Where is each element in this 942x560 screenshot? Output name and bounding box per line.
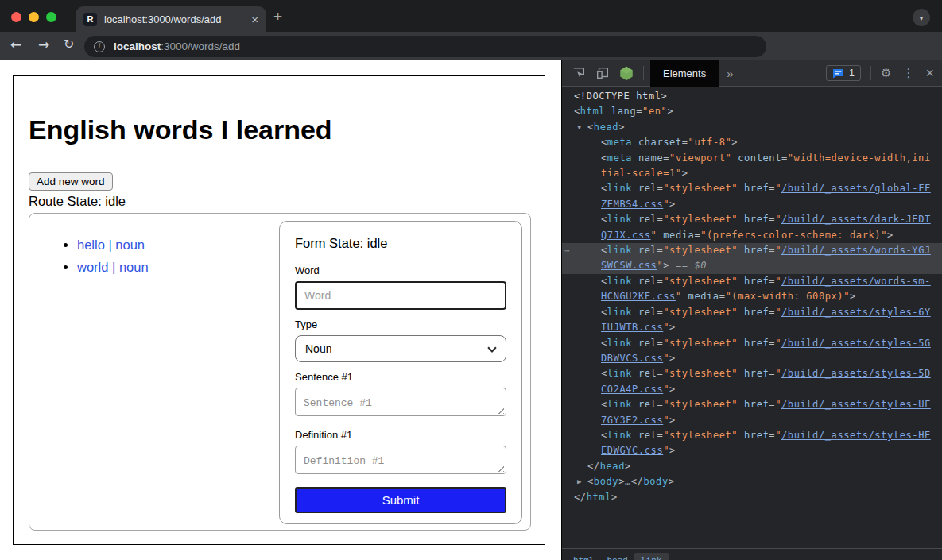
back-button[interactable]: ← xyxy=(10,37,21,52)
definition-textarea[interactable]: Definition #1 xyxy=(295,446,506,474)
sentence-textarea[interactable]: Sentence #1 xyxy=(295,388,506,416)
code-token: Q7JX.css xyxy=(601,230,651,241)
code-token: rel xyxy=(638,368,657,379)
window-close-button[interactable] xyxy=(11,12,21,22)
code-line[interactable]: </head> xyxy=(562,459,942,474)
devtools-toolbar: Elements » 1 ⚙ ⋮ × xyxy=(562,60,942,87)
code-line[interactable]: ⋯<link rel="stylesheet" href="/build/_as… xyxy=(562,243,942,258)
code-line[interactable]: <link rel="stylesheet" href="/build/_ass… xyxy=(562,305,942,320)
code-token: $0 xyxy=(694,260,707,271)
site-info-icon[interactable]: i xyxy=(94,41,105,52)
code-token: < xyxy=(601,183,607,194)
code-token: = xyxy=(781,153,788,164)
add-new-word-button[interactable]: Add new word xyxy=(29,172,113,191)
extension-hexagon-icon[interactable] xyxy=(619,66,634,81)
expand-arrow-icon[interactable]: ▶ xyxy=(577,474,581,489)
code-line[interactable]: <link rel="stylesheet" href="/build/_ass… xyxy=(562,366,942,381)
issues-counter[interactable]: 1 xyxy=(826,65,861,81)
code-line[interactable]: <link rel="stylesheet" href="/build/_ass… xyxy=(562,428,942,443)
code-token: " xyxy=(676,291,688,302)
resize-grip-icon[interactable] xyxy=(497,407,504,414)
code-token: " xyxy=(775,183,781,194)
code-token: " xyxy=(775,245,781,256)
code-token: > xyxy=(887,230,894,241)
submit-button[interactable]: Submit xyxy=(295,487,506,513)
inspect-element-icon[interactable] xyxy=(572,66,586,80)
code-token: href xyxy=(744,338,769,349)
new-tab-button[interactable]: + xyxy=(273,9,282,24)
code-token: " xyxy=(663,445,669,456)
word-input-placeholder: Word xyxy=(304,289,331,302)
breadcrumb-item[interactable]: link xyxy=(634,553,669,560)
code-line[interactable]: EDWGYC.css"> xyxy=(562,443,942,458)
code-token xyxy=(738,183,744,194)
code-line[interactable]: <meta charset="utf-8"> xyxy=(562,135,942,150)
tab-title: localhost:3000/words/add xyxy=(104,14,246,25)
code-token: rel xyxy=(638,399,657,410)
browser-tab[interactable]: R localhost:3000/words/add × xyxy=(76,6,266,32)
code-token: head xyxy=(594,122,618,133)
code-token: "(max-width: 600px)" xyxy=(726,291,851,302)
web-page: English words I learned Add new word Rou… xyxy=(0,60,561,560)
forward-button[interactable]: → xyxy=(38,37,49,52)
code-token: CO2A4P.css xyxy=(601,384,663,395)
code-line[interactable]: CO2A4P.css"> xyxy=(562,382,942,397)
word-field-label: Word xyxy=(295,265,506,276)
code-line[interactable]: Q7JX.css" media="(prefers-color-scheme: … xyxy=(562,228,942,243)
word-link[interactable]: hello | noun xyxy=(77,238,145,252)
issues-count: 1 xyxy=(849,68,855,79)
code-token: = xyxy=(769,307,775,318)
code-token: rel xyxy=(638,183,657,194)
resize-grip-icon[interactable] xyxy=(497,465,504,472)
word-link[interactable]: world | noun xyxy=(77,260,149,274)
settings-gear-icon[interactable]: ⚙ xyxy=(881,66,891,80)
code-line[interactable]: ▶<body>…</body> xyxy=(562,474,942,489)
tab-elements[interactable]: Elements xyxy=(650,60,719,87)
breadcrumb-item[interactable]: head xyxy=(601,553,635,560)
code-line[interactable]: HCNGU2KF.css" media="(max-width: 600px)"… xyxy=(562,289,942,304)
code-token: link xyxy=(607,307,632,318)
code-line[interactable]: <link rel="stylesheet" href="/build/_ass… xyxy=(562,397,942,412)
node-options-icon[interactable]: ⋯ xyxy=(564,243,570,258)
code-line[interactable]: tial-scale=1"> xyxy=(562,166,942,181)
code-line[interactable]: <!DOCTYPE html> xyxy=(562,89,942,104)
code-line[interactable]: <html lang="en"> xyxy=(562,104,942,119)
window-fullscreen-button[interactable] xyxy=(46,12,56,22)
reload-button[interactable]: ↻ xyxy=(64,37,74,52)
type-select[interactable]: Noun xyxy=(295,335,506,362)
code-token: meta xyxy=(607,137,632,148)
code-token xyxy=(632,137,638,148)
tab-search-chevron-icon[interactable]: ▾ xyxy=(913,9,930,26)
device-toolbar-icon[interactable] xyxy=(595,66,610,80)
code-token: "viewport" xyxy=(669,153,731,164)
code-line[interactable]: <meta name="viewport" content="width=dev… xyxy=(562,151,942,166)
toolbar-divider xyxy=(870,66,871,80)
code-line[interactable]: SWCSW.css"> == $0 xyxy=(562,258,942,273)
code-line[interactable]: 7GY3E2.css"> xyxy=(562,413,942,428)
devtools-close-icon[interactable]: × xyxy=(925,65,934,82)
code-token: </ xyxy=(587,461,600,472)
collapse-arrow-icon[interactable]: ▼ xyxy=(577,120,581,135)
code-line[interactable]: ▼<head> xyxy=(562,120,942,135)
code-line[interactable]: </html> xyxy=(562,490,942,505)
code-token: content xyxy=(738,153,781,164)
word-input[interactable]: Word xyxy=(295,281,506,310)
code-line[interactable]: <link rel="stylesheet" href="/build/_ass… xyxy=(562,336,942,351)
more-tabs-icon[interactable]: » xyxy=(727,67,826,80)
code-token: " xyxy=(663,384,669,395)
code-line[interactable]: <link rel="stylesheet" href="/build/_ass… xyxy=(562,181,942,196)
code-line[interactable]: IUJWTB.css"> xyxy=(562,320,942,335)
code-token: < xyxy=(601,214,607,225)
breadcrumb-item[interactable]: html xyxy=(567,553,601,560)
devtools-menu-icon[interactable]: ⋮ xyxy=(902,66,914,80)
code-token: link xyxy=(607,338,632,349)
code-line[interactable]: <link rel="stylesheet" href="/build/_ass… xyxy=(562,212,942,227)
code-line[interactable]: <link rel="stylesheet" href="/build/_ass… xyxy=(562,274,942,289)
tab-close-icon[interactable]: × xyxy=(251,13,258,26)
add-word-form: Form State: idle Word Word Type Noun Sen… xyxy=(279,221,522,524)
code-line[interactable]: ZEMBS4.css"> xyxy=(562,197,942,212)
window-minimize-button[interactable] xyxy=(29,12,39,22)
code-token: "width=device-width,ini xyxy=(788,153,931,164)
code-line[interactable]: DBWVCS.css"> xyxy=(562,351,942,366)
address-bar[interactable]: i localhost:3000/words/add xyxy=(84,36,766,57)
